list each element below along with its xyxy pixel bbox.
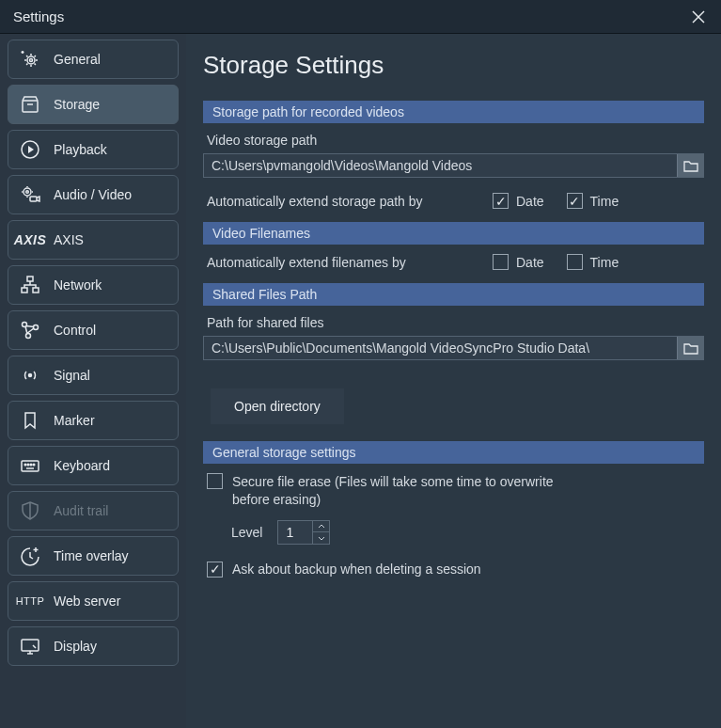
- sidebar-item-label: Web server: [54, 593, 120, 609]
- svg-point-20: [33, 464, 35, 466]
- sidebar-item-network[interactable]: Network: [8, 265, 179, 305]
- sidebar-item-display[interactable]: Display: [8, 626, 179, 666]
- browse-video-path-button[interactable]: [677, 154, 703, 177]
- video-storage-path-row: [203, 153, 704, 178]
- level-value: 1: [278, 521, 312, 544]
- sidebar-item-keyboard[interactable]: Keyboard: [8, 446, 179, 485]
- clock-plus-icon: [18, 544, 42, 568]
- extend-filenames-label: Automatically extend filenames by: [207, 255, 470, 270]
- page-title: Storage Settings: [203, 51, 704, 80]
- video-storage-path-input[interactable]: [204, 154, 677, 177]
- titlebar: Settings: [0, 0, 721, 34]
- sidebar-item-label: Keyboard: [54, 458, 110, 473]
- sidebar-item-web-server[interactable]: HTTP Web server: [8, 581, 179, 621]
- backup-row: Ask about backup when deleting a session: [207, 562, 700, 578]
- video-storage-path-label: Video storage path: [207, 133, 700, 148]
- sidebar-item-control[interactable]: Control: [8, 310, 179, 350]
- sidebar-item-label: Audit trail: [54, 503, 108, 518]
- sidebar-item-marker[interactable]: Marker: [8, 401, 179, 440]
- gear-sparkle-icon: [18, 47, 42, 71]
- svg-point-2: [27, 56, 35, 64]
- svg-point-7: [26, 191, 29, 194]
- sidebar-item-signal[interactable]: Signal: [8, 356, 179, 395]
- extend-path-date-checkbox[interactable]: Date: [493, 193, 544, 209]
- keyboard-icon: [18, 453, 42, 478]
- checkbox-box: [567, 254, 583, 270]
- network-icon: [18, 273, 42, 297]
- sidebar-item-label: Signal: [54, 368, 90, 383]
- sidebar-item-audit-trail[interactable]: Audit trail: [8, 491, 179, 530]
- secure-erase-row: Secure file erase (Files will take some …: [207, 473, 700, 509]
- svg-point-17: [24, 464, 26, 466]
- checkbox-box: [207, 562, 223, 578]
- svg-rect-21: [22, 640, 39, 651]
- svg-point-19: [30, 464, 32, 466]
- axis-brand-icon: AXIS: [18, 228, 42, 252]
- checkbox-label: Date: [516, 255, 544, 270]
- extend-filenames-row: Automatically extend filenames by Date T…: [207, 254, 700, 270]
- svg-point-15: [29, 374, 32, 377]
- close-button[interactable]: [689, 8, 708, 26]
- folder-icon: [683, 159, 698, 172]
- sidebar-item-label: Time overlay: [54, 548, 129, 563]
- section-header-shared: Shared Files Path: [203, 283, 704, 306]
- svg-rect-11: [33, 288, 39, 293]
- extend-storage-path-row: Automatically extend storage path by Dat…: [207, 193, 700, 209]
- sidebar-item-playback[interactable]: Playback: [8, 130, 179, 169]
- svg-rect-4: [23, 101, 38, 112]
- bookmark-icon: [18, 408, 42, 433]
- extend-path-time-checkbox[interactable]: Time: [567, 193, 619, 209]
- secure-erase-checkbox[interactable]: [207, 473, 223, 489]
- http-icon: HTTP: [18, 589, 42, 613]
- sidebar-item-label: Storage: [54, 97, 100, 112]
- checkbox-box: [493, 254, 509, 270]
- box-icon: [18, 92, 42, 117]
- nodes-icon: [18, 318, 42, 342]
- sidebar-item-axis[interactable]: AXIS AXIS: [8, 220, 179, 260]
- sidebar-item-label: AXIS: [54, 232, 84, 247]
- svg-rect-9: [27, 277, 33, 281]
- open-directory-button[interactable]: Open directory: [211, 388, 344, 424]
- sidebar-item-time-overlay[interactable]: Time overlay: [8, 536, 179, 576]
- extend-filename-date-checkbox[interactable]: Date: [493, 254, 544, 270]
- svg-point-3: [30, 59, 33, 62]
- sidebar-item-label: Display: [54, 639, 97, 654]
- content-panel: Storage Settings Storage path for record…: [186, 34, 721, 728]
- sidebar-item-label: Playback: [54, 142, 107, 157]
- close-icon: [692, 10, 705, 24]
- level-row: Level 1: [231, 520, 700, 545]
- svg-point-18: [27, 464, 29, 466]
- svg-rect-16: [22, 461, 39, 471]
- shield-icon: [18, 499, 42, 523]
- sidebar-item-storage[interactable]: Storage: [8, 85, 179, 124]
- shared-path-label: Path for shared files: [207, 315, 700, 330]
- spinner-buttons: [312, 521, 329, 544]
- browse-shared-path-button[interactable]: [677, 337, 703, 359]
- sidebar-item-general[interactable]: General: [8, 40, 179, 79]
- sidebar-item-audio-video[interactable]: Audio / Video: [8, 175, 179, 214]
- ask-backup-label: Ask about backup when deleting a session: [232, 562, 481, 577]
- sidebar-item-label: Marker: [54, 413, 95, 428]
- chevron-down-icon: [318, 536, 325, 541]
- gear-camera-icon: [18, 182, 42, 207]
- spinner-up-button[interactable]: [313, 521, 329, 533]
- ask-backup-checkbox[interactable]: [207, 562, 223, 578]
- svg-rect-10: [22, 288, 27, 293]
- level-spinner[interactable]: 1: [277, 520, 330, 545]
- secure-erase-label: Secure file erase (Files will take some …: [232, 473, 589, 509]
- spinner-down-button[interactable]: [313, 532, 329, 544]
- svg-point-6: [24, 188, 31, 196]
- sidebar: General Storage Playback Audio / Video A…: [0, 34, 186, 728]
- level-label: Level: [231, 525, 262, 540]
- play-icon: [18, 137, 42, 162]
- sidebar-item-label: Control: [54, 323, 96, 338]
- svg-rect-8: [30, 197, 37, 201]
- monitor-icon: [18, 634, 42, 658]
- extend-storage-path-label: Automatically extend storage path by: [207, 194, 470, 209]
- section-header-general: General storage settings: [203, 441, 704, 464]
- extend-filename-time-checkbox[interactable]: Time: [567, 254, 619, 270]
- sidebar-item-label: Network: [54, 277, 102, 293]
- signal-icon: [18, 363, 42, 388]
- shared-path-input[interactable]: [204, 337, 677, 359]
- folder-icon: [683, 341, 698, 355]
